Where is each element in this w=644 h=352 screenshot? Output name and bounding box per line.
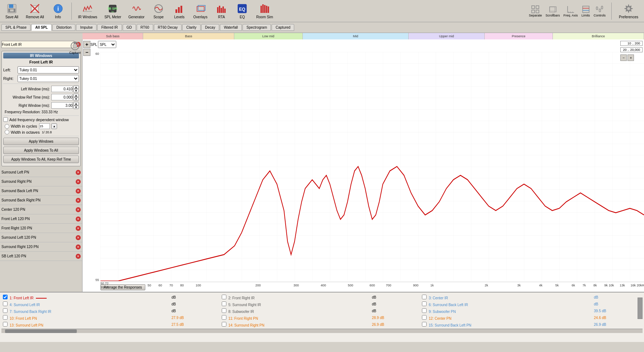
width-octaves-radio[interactable] [5,130,9,134]
legend-check-1[interactable] [3,295,8,299]
channel-name-surround-back-left-pn: Surround Back Left PN [1,189,76,193]
spl-meter-button[interactable]: dB SPL 83 SPL Meter [102,2,123,20]
legend-check-2[interactable] [222,295,226,299]
channel-remove-surround-left-120-pn[interactable]: ✕ [76,235,81,240]
tab-decay[interactable]: Decay [201,24,219,31]
legend-horizontal-scrollbar[interactable] [1,329,643,333]
legend-check-3[interactable] [422,295,427,299]
info-button[interactable]: i Info [49,2,67,20]
legend-check-12[interactable] [422,315,427,320]
window-ref-time-input[interactable] [51,94,73,100]
range-20-20k-button[interactable]: 20 .. 20,000 [620,47,643,52]
zoom-in-btn[interactable]: + [627,54,634,61]
tab-rt60-decay[interactable]: RT60 Decay [154,24,182,31]
tab-all-spl[interactable]: All SPL [31,24,52,31]
left-window-up[interactable]: ▲ [73,85,79,89]
svg-rect-52 [74,42,76,44]
legend-cell: 1: Front Left IR [1,294,170,301]
freq-tick-400: 400 [321,284,326,287]
legend-check-14[interactable] [222,322,226,327]
scrollbars-button[interactable]: Scrollbars [544,4,561,18]
eq-button[interactable]: EQ EQ [233,2,251,20]
ir-windows-button[interactable]: IR Windows [76,2,99,20]
width-cycles-up[interactable]: ▲ [51,123,57,129]
channel-remove-front-left-120-pn[interactable]: ✕ [76,217,81,222]
apply-windows-ref-button[interactable]: Apply Windows To All, Keep Ref Time [3,156,79,163]
legend-check-6[interactable] [422,301,427,306]
legend-name-4: 4: Surround Left IR [10,303,40,307]
window-ref-up[interactable]: ▲ [73,94,79,97]
tab-gd[interactable]: GD [123,24,136,31]
levels-button[interactable]: Levels [170,2,188,20]
spl-select[interactable]: SPL Phase [98,41,116,48]
zoom-out-btn[interactable]: − [620,54,627,61]
zoom-out-button[interactable]: − [83,49,90,56]
limits-button[interactable]: Limits [580,4,592,18]
overlays-button[interactable]: Overlays [191,2,210,20]
scope-icon [153,3,164,14]
capture-button[interactable]: Capture [69,41,81,54]
legend-check-4[interactable] [3,301,8,306]
tab-filtered-ir[interactable]: Filtered IR [97,24,122,31]
tab-distortion[interactable]: Distortion [52,24,75,31]
rta-button[interactable]: RTA [212,2,230,20]
range-10-200-button[interactable]: 10 .. 200 [620,41,643,46]
legend-scroll-handle[interactable] [5,329,77,333]
tab-spectrogram[interactable]: Spectrogram [243,24,271,31]
legend-db-4: dB [170,301,220,308]
channel-remove-surround-left-pn[interactable]: ✕ [76,170,81,175]
tab-rt60[interactable]: RT60 [137,24,153,31]
right-window-ms-input[interactable] [51,102,73,109]
tab-captured[interactable]: Captured [272,24,294,31]
channel-remove-surround-back-right-pn[interactable]: ✕ [76,198,81,203]
tab-impulse[interactable]: Impulse [76,24,97,31]
zoom-in-button[interactable]: + [83,41,90,48]
tab-clarity[interactable]: Clarity [182,24,200,31]
apply-windows-all-button[interactable]: Apply Windows To All [3,147,79,154]
legend-scroll-thumb[interactable] [638,298,643,319]
legend-name-8: 8: Subwoofer IR [228,310,254,314]
legend-check-11[interactable] [222,315,226,320]
legend-check-9[interactable] [422,308,427,313]
channel-name-surround-left-pn: Surround Left PN [1,170,76,174]
legend-db-val-6: dB [594,302,598,306]
save-all-button[interactable]: Save All [3,2,21,20]
left-window-down[interactable]: ▼ [73,89,79,92]
channel-remove-surround-right-120-pn[interactable]: ✕ [76,244,81,249]
legend-check-13[interactable] [3,322,8,327]
channel-remove-front-right-120-pn[interactable]: ✕ [76,226,81,231]
remove-all-button[interactable]: Remove All [24,2,46,20]
legend-check-8[interactable] [222,308,226,313]
channel-remove-surround-back-left-pn[interactable]: ✕ [76,189,81,194]
channel-remove-center-120-pn[interactable]: ✕ [76,207,81,212]
width-cycles-radio[interactable] [5,124,9,129]
chart-canvas[interactable] [100,52,644,281]
channel-name-input[interactable]: Front Left IR [1,41,74,48]
tab-spl-phase[interactable]: SPL & Phase [1,24,30,31]
legend-check-10[interactable] [3,315,8,320]
width-cycles-input[interactable] [39,123,50,129]
channel-remove-surround-right-pn[interactable]: ✕ [76,179,81,184]
right-window-select[interactable]: Tukey 0.01 [18,75,79,82]
left-window-select[interactable]: Tukey 0.01 [18,66,79,73]
freq-axis-button[interactable]: Freq. Axis [562,4,579,18]
right-window-down[interactable]: ▼ [73,105,79,109]
room-sim-button[interactable]: Room Sim [254,2,275,20]
legend-check-7[interactable] [3,308,8,313]
legend-db-val-14: 26.9 dB [372,323,384,327]
separate-button[interactable]: Separate [527,4,544,18]
generator-button[interactable]: Generator [126,2,147,20]
apply-windows-button[interactable]: Apply Windows [3,138,79,145]
controls-button[interactable]: Controls [592,4,607,18]
window-ref-down[interactable]: ▼ [73,97,79,101]
legend-check-5[interactable] [222,301,226,306]
left-window-ms-input[interactable]: 0.410 [51,86,73,92]
add-freq-dep-checkbox[interactable] [3,117,8,122]
scope-button[interactable]: Scope [150,2,168,20]
right-window-up[interactable]: ▲ [73,102,79,105]
channel-remove-sb-left-120-pn[interactable]: ✕ [76,254,81,259]
tab-waterfall[interactable]: Waterfall [220,24,242,31]
preferences-button[interactable]: Preferences [616,1,641,20]
legend-cell-3: 3: Center IR [420,294,592,301]
legend-check-15[interactable] [422,322,427,327]
